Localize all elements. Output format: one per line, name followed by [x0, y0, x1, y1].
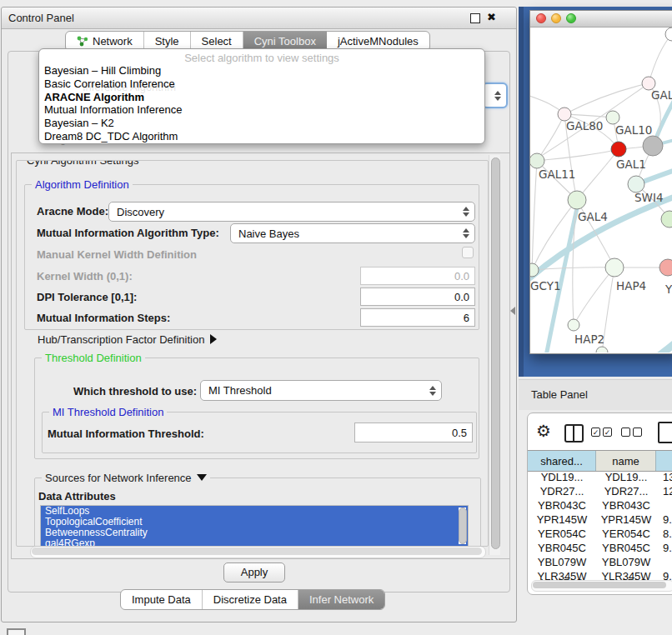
node-label: SWI4: [634, 191, 664, 204]
close-traffic-light[interactable]: [536, 13, 546, 23]
algorithm-combo-focused[interactable]: [482, 82, 508, 108]
which-threshold-combo[interactable]: MI Threshold: [200, 380, 442, 401]
node-swi4: [628, 176, 644, 192]
table-horizontal-scrollbar[interactable]: [531, 580, 672, 592]
checked-checkbox-icon[interactable]: ✓: [603, 428, 612, 437]
mi-threshold-group: MI Threshold Definition Mutual Informati…: [42, 412, 477, 453]
threshold-definition-group: Threshold Definition Which threshold to …: [34, 358, 479, 459]
table-panel-title: Table Panel: [531, 388, 588, 401]
node-label: GAL4: [578, 210, 608, 223]
settings-horizontal-scrollbar[interactable]: [30, 546, 486, 558]
minimize-traffic-light[interactable]: [551, 13, 561, 23]
node-label: GAL10: [615, 123, 652, 137]
dropdown-item[interactable]: Dream8 DC_TDC Algorithm: [39, 130, 484, 143]
unchecked-checkbox-icon[interactable]: [621, 428, 630, 437]
sources-title: Sources for Network Inference: [45, 472, 192, 484]
table-panel-titlebar: Table Panel: [519, 379, 672, 410]
attribute-item-selected[interactable]: gal4RGexp: [41, 538, 468, 547]
column-header-name[interactable]: name: [596, 451, 656, 471]
gear-icon[interactable]: ⚙: [536, 421, 551, 441]
hub-definition-expander[interactable]: Hub/Transcription Factor Definition: [38, 333, 217, 346]
control-panel-titlebar[interactable]: Control Panel ✖: [2, 8, 516, 29]
aracne-mode-combo[interactable]: Discovery: [108, 202, 475, 222]
table-row[interactable]: YER054CYER054C8.: [528, 527, 672, 541]
apply-button[interactable]: Apply: [223, 562, 285, 582]
dropdown-item[interactable]: Bayesian – K2: [39, 117, 484, 130]
dropdown-placeholder: Select algorithm to view settings: [39, 52, 484, 64]
which-threshold-value: MI Threshold: [208, 384, 272, 397]
float-window-icon[interactable]: [470, 13, 480, 23]
checked-checkbox-icon[interactable]: ✓: [591, 428, 600, 437]
table-row[interactable]: YDL19...YDL19...13: [528, 470, 672, 484]
table-row[interactable]: YBR045CYBR045C9.: [528, 541, 672, 555]
combo-stepper-icon: [429, 386, 436, 396]
expand-right-icon: [210, 334, 217, 344]
mi-type-label: Mutual Information Algorithm Type:: [37, 227, 219, 239]
network-window-titlebar[interactable]: [530, 11, 672, 28]
unchecked-checkbox-icon[interactable]: [633, 428, 642, 437]
data-attributes-list[interactable]: SelfLoops TopologicalCoefficient Between…: [40, 505, 469, 547]
node-label: GAL1: [616, 158, 646, 171]
dropdown-item-selected[interactable]: ARACNE Algorithm: [39, 91, 484, 104]
dropdown-item[interactable]: Bayesian – Hill Climbing: [39, 64, 484, 78]
columns-icon[interactable]: [564, 424, 584, 442]
tab-discretize-data[interactable]: Discretize Data: [203, 590, 298, 609]
table-row[interactable]: YBR043CYBR043C: [528, 498, 672, 512]
node: [596, 347, 608, 352]
dropdown-item[interactable]: Mutual Information Inference: [39, 103, 484, 117]
threshold-definition-title: Threshold Definition: [42, 352, 145, 364]
algorithm-dropdown-popup: Inference Algorithm Select algorithm to …: [38, 48, 485, 144]
network-icon: [77, 36, 88, 47]
collapse-down-icon: [197, 474, 207, 481]
mi-type-value: Naive Bayes: [238, 228, 299, 240]
tab-select-label: Select: [202, 35, 232, 48]
network-view-window[interactable]: GAL80 GAL10 GAL1 GAL11 SWI4 GAL4 GCY1 HA…: [529, 10, 672, 354]
tab-cyni-toolbox-label: Cyni Toolbox: [254, 35, 316, 48]
combo-stepper-icon: [463, 207, 469, 217]
mi-steps-label: Mutual Information Steps:: [37, 312, 170, 324]
attribute-item-selected[interactable]: BetweennessCentrality: [41, 528, 468, 538]
kernel-width-label: Kernel Width (0,1):: [37, 270, 133, 282]
dpi-tolerance-label: DPI Tolerance [0,1]:: [37, 291, 137, 303]
mi-type-combo[interactable]: Naive Bayes: [230, 223, 475, 243]
settings-scrollpane: Cyni Algorithm Settings Algorithm Defini…: [11, 152, 510, 559]
table-row[interactable]: YPR145WYPR145W9.: [528, 512, 672, 527]
network-graph: GAL80 GAL10 GAL1 GAL11 SWI4 GAL4 GCY1 HA…: [530, 27, 672, 352]
node-label: HAP2: [574, 332, 604, 346]
node-gal10: [606, 111, 619, 124]
node-label: GAL: [651, 88, 672, 102]
node-gray: [643, 136, 663, 156]
mi-threshold-field[interactable]: [354, 422, 473, 442]
list-scrollbar[interactable]: [459, 508, 466, 544]
minimized-panel-icon[interactable]: [7, 628, 26, 635]
sources-expander[interactable]: Sources for Network Inference: [42, 472, 210, 484]
algorithm-definition-group: Algorithm Definition Aracne Mode: Discov…: [24, 184, 479, 330]
splitpane-collapse-icon[interactable]: [510, 307, 515, 315]
network-canvas[interactable]: GAL80 GAL10 GAL1 GAL11 SWI4 GAL4 GCY1 HA…: [530, 27, 672, 352]
column-header-shared[interactable]: shared...: [528, 451, 596, 471]
table-row[interactable]: YBL079WYBL079W: [528, 555, 672, 569]
tab-jactivemnodules-label: jActiveMNodules: [338, 35, 419, 48]
dpi-tolerance-field[interactable]: [360, 288, 475, 306]
node-salmon: [659, 259, 672, 276]
zoom-traffic-light[interactable]: [566, 13, 576, 23]
manual-kernel-checkbox[interactable]: [462, 247, 474, 258]
dropdown-item[interactable]: Basic Correlation Inference: [39, 78, 484, 91]
window-title: Control Panel: [8, 12, 74, 24]
table-row[interactable]: YDR27...YDR27...12: [528, 484, 672, 498]
kernel-width-field[interactable]: [360, 267, 475, 285]
tab-impute-data[interactable]: Impute Data: [121, 590, 203, 609]
document-icon[interactable]: [658, 422, 672, 443]
node-label: HAP4: [616, 279, 646, 292]
desktop-left-edge: [519, 7, 524, 377]
table-header-row: shared... name: [528, 450, 672, 472]
tab-impute-data-label: Impute Data: [132, 593, 191, 606]
column-header-clipped[interactable]: [656, 451, 672, 471]
hub-definition-label: Hub/Transcription Factor Definition: [38, 333, 204, 346]
mi-steps-field[interactable]: [360, 308, 475, 327]
network-desktop-background: GAL80 GAL10 GAL1 GAL11 SWI4 GAL4 GCY1 HA…: [519, 7, 672, 377]
settings-vertical-scrollbar[interactable]: [489, 155, 500, 555]
tab-infer-network[interactable]: Infer Network: [298, 590, 384, 609]
close-icon[interactable]: ✖: [487, 11, 496, 23]
node-gal1-selected: [611, 142, 626, 157]
